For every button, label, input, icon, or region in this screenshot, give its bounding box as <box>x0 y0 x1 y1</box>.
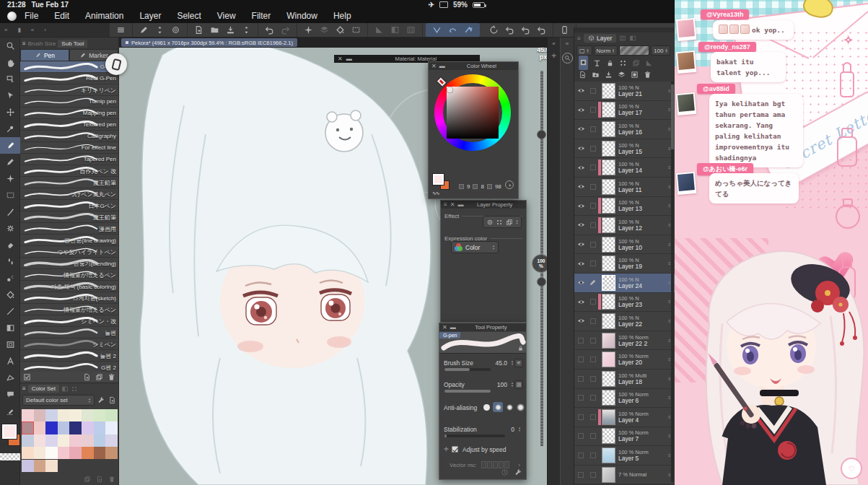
brush-item[interactable]: つけペン風丸ペン <box>20 188 118 200</box>
menu-filter[interactable]: Filter <box>252 11 271 21</box>
tab-brush-size[interactable]: Brush Size <box>28 40 56 47</box>
eye-icon[interactable] <box>577 144 585 152</box>
layer-thumbnail[interactable] <box>602 428 615 444</box>
layer-thumbnail[interactable] <box>602 275 615 291</box>
brush-item[interactable]: Calligraphy <box>20 131 118 142</box>
color-swatch[interactable] <box>58 447 70 459</box>
color-swatch[interactable] <box>58 421 70 434</box>
menu-file[interactable]: File <box>25 11 38 21</box>
lock-layer-icon[interactable] <box>606 59 614 67</box>
brush-tool[interactable] <box>0 204 20 220</box>
color-swatch[interactable] <box>45 409 58 421</box>
mode-switch-icon[interactable] <box>155 25 165 35</box>
reset-view-1-icon[interactable] <box>505 25 514 35</box>
brush-item[interactable]: 기초 채색 (basic coloring) <box>20 281 118 292</box>
line-tool[interactable] <box>0 303 20 320</box>
color-swatch[interactable] <box>94 447 106 459</box>
snap-ruler-icon[interactable] <box>432 25 442 35</box>
close-icon[interactable]: ✕ <box>442 325 447 331</box>
layer-checkbox[interactable] <box>590 395 596 401</box>
object-tool[interactable] <box>0 87 20 104</box>
layer-checkbox[interactable] <box>590 126 596 132</box>
layer-thumbnail[interactable] <box>602 447 615 463</box>
layer-row[interactable]: 100 % NormLayer 5 ≡ <box>574 446 675 466</box>
minimize-icon[interactable]: ▬ <box>457 202 463 208</box>
brush-item[interactable]: 펜선용(line drawing) <box>20 235 118 246</box>
eye-off-box[interactable] <box>578 357 584 362</box>
brush-item[interactable]: 늘펜 2 <box>20 350 118 362</box>
blend-thumb-toggle[interactable]: ▢▲▼ <box>577 45 592 56</box>
layer-thumbnail[interactable] <box>602 83 615 99</box>
eye-off-box[interactable] <box>578 338 584 344</box>
layer-comp-tab-icon[interactable] <box>629 35 636 42</box>
layer-checkbox[interactable] <box>590 88 596 94</box>
layer-row[interactable]: 100 % NLayer 11 ≡ <box>574 178 675 197</box>
tool-settings-icon[interactable] <box>514 468 522 476</box>
brush-item[interactable]: シミペン・改 <box>20 315 118 327</box>
layer-row[interactable]: 100 % NLayer 12 ≡ <box>574 216 675 235</box>
layer-checkbox[interactable] <box>590 433 596 439</box>
minimize-icon[interactable]: ▬ <box>346 56 352 62</box>
color-swatch[interactable] <box>22 460 34 472</box>
color-swatch[interactable] <box>82 434 94 447</box>
decoration-tool[interactable] <box>0 170 20 187</box>
edit-mode-icon[interactable] <box>139 25 149 35</box>
main-menu-icon[interactable] <box>116 25 126 35</box>
layer-thumbnail[interactable] <box>602 179 615 195</box>
layer-thumbnail[interactable] <box>602 141 615 157</box>
reset-view-2-icon[interactable] <box>521 25 530 35</box>
hue-cursor[interactable] <box>437 77 446 86</box>
extract-line-icon[interactable] <box>506 219 513 226</box>
edit-color-set-icon[interactable] <box>97 396 105 404</box>
brush-item[interactable]: シミペン <box>20 338 118 350</box>
layer-checkbox[interactable] <box>590 165 596 170</box>
tab-sub-tool[interactable]: Sub Tool <box>58 40 87 48</box>
layer-checkbox[interactable] <box>590 146 596 152</box>
tone-effect-icon[interactable] <box>496 219 503 226</box>
rotate-reset-icon[interactable] <box>489 25 499 35</box>
selection-pen-tool[interactable] <box>0 403 20 419</box>
new-canvas-icon[interactable] <box>194 25 203 35</box>
eye-icon[interactable] <box>577 317 585 325</box>
menu-edit[interactable]: Edit <box>54 11 69 21</box>
eye-off-box[interactable] <box>578 414 584 420</box>
color-swatch[interactable] <box>69 434 82 447</box>
color-swatch[interactable] <box>22 434 34 447</box>
brush-size-source-button[interactable]: ≋ <box>514 359 523 367</box>
fill-tool[interactable] <box>0 287 20 303</box>
layer-row[interactable]: 100 % NormLayer 22 2 ≡ <box>574 331 675 351</box>
brush-item[interactable]: Textured pen <box>20 119 118 131</box>
layer-search-tab-icon[interactable] <box>619 35 626 42</box>
snap-grid-icon[interactable] <box>464 25 473 35</box>
panel-menu-icon[interactable]: ≡ <box>22 40 26 47</box>
color-swatch[interactable] <box>45 447 58 459</box>
layer-row[interactable]: 100 % NLayer 15 ≡ <box>574 139 675 159</box>
menu-layer[interactable]: Layer <box>139 11 161 21</box>
eye-icon[interactable] <box>577 164 585 172</box>
brush-item[interactable]: 自作丸ペン 改 <box>20 165 118 177</box>
color-swatch[interactable] <box>82 447 94 459</box>
approx-color-icon[interactable] <box>71 385 78 393</box>
layer-opacity-slider[interactable] <box>619 45 649 56</box>
draw-on-reference-icon[interactable] <box>593 59 601 67</box>
color-swatch[interactable] <box>34 421 46 434</box>
opacity-slider[interactable] <box>444 390 491 393</box>
color-swatch[interactable] <box>34 460 46 472</box>
brush-item[interactable]: Real G-Pen <box>20 73 118 84</box>
fill-icon[interactable] <box>336 25 345 35</box>
eye-icon[interactable] <box>577 125 585 133</box>
stabilization-slider[interactable] <box>444 434 505 437</box>
aa-none-option[interactable] <box>481 402 491 412</box>
color-swatch[interactable] <box>82 409 94 421</box>
layer-thumbnail[interactable] <box>602 121 615 137</box>
deselect-icon[interactable] <box>304 25 313 35</box>
layer-mask-icon[interactable] <box>631 71 639 79</box>
eye-off-box[interactable] <box>578 395 584 401</box>
minimize-icon[interactable]: ▬ <box>439 64 445 69</box>
eye-icon[interactable] <box>577 260 585 268</box>
lock-icon[interactable] <box>517 345 524 351</box>
brush-item[interactable]: G펜 2 <box>20 362 118 372</box>
layer-thumbnail[interactable] <box>602 160 615 175</box>
color-swatch[interactable] <box>105 447 118 459</box>
app-logo-icon[interactable] <box>7 12 17 21</box>
